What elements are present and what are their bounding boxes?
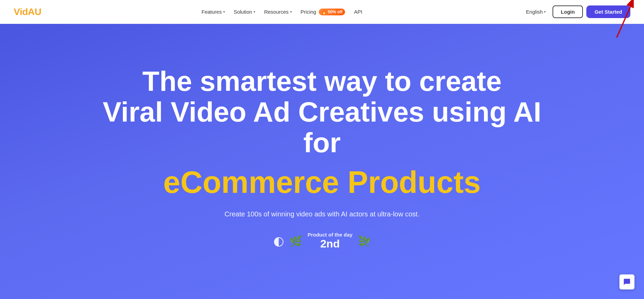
features-chevron-icon: ▾ — [223, 10, 225, 14]
logo-vid: Vid — [14, 6, 28, 17]
laurel-left-icon: ◐ — [273, 234, 284, 248]
nav-features[interactable]: Features ▾ — [198, 7, 228, 17]
chat-icon — [623, 278, 631, 286]
hero-section: The smartest way to create Viral Video A… — [0, 24, 644, 299]
laurel-right-icon: 🌿 — [358, 235, 371, 247]
hero-subtitle: Create 100s of winning video ads with AI… — [225, 210, 419, 218]
nav-pricing[interactable]: Pricing 🔥 50% off — [297, 6, 349, 17]
nav-resources[interactable]: Resources ▾ — [261, 7, 295, 17]
language-selector[interactable]: English ▾ — [523, 7, 549, 17]
get-started-button[interactable]: Get Started — [586, 5, 630, 18]
product-text: Product of the day 2nd — [307, 232, 353, 250]
chat-bubble-button[interactable] — [619, 274, 634, 289]
laurel-left-icon: 🌿 — [289, 235, 302, 247]
nav-links: Features ▾ Solution ▾ Resources ▾ Pricin… — [198, 6, 366, 17]
language-chevron-icon: ▾ — [544, 10, 546, 14]
solution-chevron-icon: ▾ — [254, 10, 255, 14]
resources-chevron-icon: ▾ — [290, 10, 292, 14]
product-of-the-day-badge: ◐ 🌿 Product of the day 2nd 🌿 — [273, 232, 371, 250]
login-button[interactable]: Login — [553, 5, 583, 18]
logo[interactable]: VidAU — [14, 6, 41, 17]
hero-title: The smartest way to create Viral Video A… — [100, 66, 544, 158]
logo-au: AU — [28, 6, 41, 17]
nav-right: English ▾ Login Get Started — [523, 5, 630, 18]
pricing-discount-badge: 🔥 50% off — [319, 9, 345, 15]
navbar: VidAU Features ▾ Solution ▾ Resources ▾ … — [0, 0, 644, 24]
hero-highlight: eCommerce Products — [163, 165, 481, 200]
nav-solution[interactable]: Solution ▾ — [230, 7, 259, 17]
nav-api[interactable]: API — [350, 7, 366, 17]
